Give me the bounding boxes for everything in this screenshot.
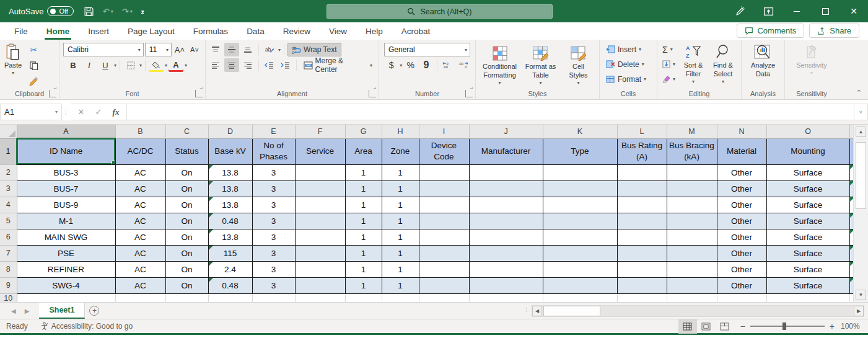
font-dialog-launcher[interactable] [195,90,203,97]
cell-D1[interactable]: Base kV [208,138,252,164]
scroll-right-button[interactable]: ▶ [854,306,864,316]
cell-F5[interactable] [295,213,345,229]
cell-G7[interactable]: 1 [345,245,382,261]
collapse-ribbon-button[interactable]: ⌃ [856,89,862,97]
cell-A7[interactable]: PSE [17,245,115,261]
cell-G5[interactable]: 1 [345,213,382,229]
vertical-scrollbar[interactable]: ▲ ▼ [853,125,868,302]
zoom-in-button[interactable]: + [830,321,835,331]
percent-style-button[interactable]: % [403,58,418,72]
bottom-align-button[interactable] [240,43,255,56]
align-right-button[interactable] [240,58,255,72]
tab-page-layout[interactable]: Page Layout [118,24,184,40]
name-box[interactable]: A1 ▾ [0,104,62,120]
insert-function-button[interactable]: fx [108,105,124,118]
cell-H2[interactable]: 1 [382,164,419,180]
horizontal-scrollbar[interactable]: ◀ ▶ [532,305,864,317]
cell-O4[interactable]: Surface [766,197,849,213]
cell-K7[interactable] [543,245,617,261]
cell-N9[interactable]: Other [717,277,766,293]
cell-B1[interactable]: AC/DC [115,138,165,164]
cell-I5[interactable] [419,213,469,229]
scroll-down-button[interactable]: ▼ [856,290,866,300]
redo-button[interactable]: ↷▾ [122,7,133,16]
cell-F2[interactable] [295,164,345,180]
row-header-3[interactable]: 3 [0,180,17,197]
cell-styles-button[interactable]: Cell Styles ▾ [561,42,596,87]
decrease-decimal-button[interactable]: .000 [456,58,470,72]
insert-cells-button[interactable]: Insert ▾ [603,43,649,56]
cell-K3[interactable] [543,180,617,197]
cell-D3[interactable]: 13.8 [208,180,252,197]
merge-center-button[interactable]: Merge & Center ▾ [300,58,376,72]
row-header-4[interactable]: 4 [0,197,17,213]
cell-M3[interactable] [667,180,717,197]
row-header-6[interactable]: 6 [0,229,17,245]
analyze-data-button[interactable]: Analyze Data [745,42,782,80]
cell-N1[interactable]: Material [717,138,766,164]
formula-input[interactable] [127,104,854,120]
cell-G9[interactable]: 1 [345,277,382,293]
cell-A5[interactable]: M-1 [17,213,115,229]
cell-K6[interactable] [543,229,617,245]
column-header-C[interactable]: C [165,125,208,138]
zoom-level[interactable]: 100% [841,322,868,331]
cut-button[interactable]: ✂ [26,43,41,56]
column-header-G[interactable]: G [345,125,382,138]
cell-L2[interactable] [617,164,667,180]
tab-help[interactable]: Help [356,24,392,40]
cell-empty[interactable] [667,293,717,302]
cell-C7[interactable]: On [165,245,208,261]
cell-I8[interactable] [419,261,469,277]
enter-button[interactable]: ✓ [90,105,107,118]
cell-L6[interactable] [617,229,667,245]
column-header-H[interactable]: H [382,125,419,138]
cell-C8[interactable]: On [165,261,208,277]
number-format-combo[interactable]: General▾ [384,43,470,56]
italic-button[interactable]: I [82,58,97,72]
cell-I2[interactable] [419,164,469,180]
cell-F8[interactable] [295,261,345,277]
cell-D6[interactable]: 13.8 [208,229,252,245]
customize-quick-access-button[interactable]: ▾ [141,8,144,14]
share-button[interactable]: Share [809,24,859,38]
cell-C9[interactable]: On [165,277,208,293]
next-sheet-button[interactable]: ▶ [25,308,30,314]
column-header-F[interactable]: F [295,125,345,138]
normal-view-button[interactable] [678,319,697,334]
search-box[interactable]: Search (Alt+Q) [327,4,553,19]
cell-empty[interactable] [717,293,766,302]
cell-A3[interactable]: BUS-7 [17,180,115,197]
cell-N8[interactable]: Other [717,261,766,277]
cell-L7[interactable] [617,245,667,261]
cell-D4[interactable]: 13.8 [208,197,252,213]
column-header-B[interactable]: B [115,125,165,138]
cell-L1[interactable]: Bus Rating (A) [617,138,667,164]
tab-acrobat[interactable]: Acrobat [392,24,440,40]
sensitivity-button[interactable]: Sensitivity ▾ [790,42,833,78]
cell-H8[interactable]: 1 [382,261,419,277]
cell-D8[interactable]: 2.4 [208,261,252,277]
cell-G2[interactable]: 1 [345,164,382,180]
cell-O9[interactable]: Surface [766,277,849,293]
clear-button[interactable]: ▾ [660,73,678,86]
copy-button[interactable] [26,58,41,72]
cell-empty[interactable] [382,293,419,302]
cell-C3[interactable]: On [165,180,208,197]
cell-O3[interactable]: Surface [766,180,849,197]
cell-empty[interactable] [115,293,165,302]
cell-N7[interactable]: Other [717,245,766,261]
fill-color-dropdown-icon[interactable]: ▾ [165,63,167,68]
cell-M5[interactable] [667,213,717,229]
cell-B8[interactable]: AC [115,261,165,277]
cell-O7[interactable]: Surface [766,245,849,261]
row-header-2[interactable]: 2 [0,164,17,180]
format-as-table-button[interactable]: Format as Table ▾ [522,42,560,87]
cell-empty[interactable] [469,293,543,302]
tab-data[interactable]: Data [237,24,274,40]
cell-L8[interactable] [617,261,667,277]
cell-E1[interactable]: No of Phases [252,138,295,164]
cell-empty[interactable] [208,293,252,302]
find-select-button[interactable]: Find & Select ▾ [709,42,737,86]
cell-H4[interactable]: 1 [382,197,419,213]
